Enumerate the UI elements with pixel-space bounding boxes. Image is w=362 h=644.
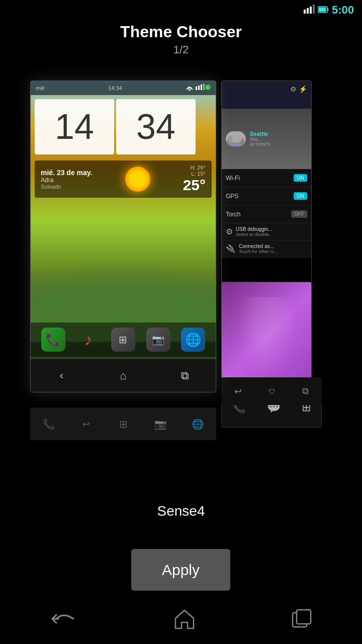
status-bar: 5:00 [0, 0, 362, 20]
status-time: 5:00 [332, 4, 354, 17]
wifi-toggle-row: Wi-Fi ON [222, 169, 311, 187]
theme-back-btn: ‹ [46, 366, 76, 386]
svg-point-17 [232, 133, 242, 143]
dock-phone-icon: 📞 [41, 328, 65, 352]
svg-rect-3 [313, 5, 315, 14]
icon-camera: 📷 [150, 414, 170, 434]
purple-theme-bg [222, 282, 311, 392]
clock-minutes: 34 [116, 99, 196, 154]
svg-rect-14 [206, 86, 209, 89]
usb-icon: ⚙ ⚡ [290, 85, 307, 93]
svg-rect-1 [307, 8, 309, 14]
svg-rect-6 [318, 7, 326, 12]
theme-card-third[interactable] [221, 282, 312, 392]
weather-current-temp: 25° [183, 177, 206, 194]
second-navbar: ↩ 🛡 ⧉ [221, 377, 322, 405]
connected-title: Connected as... [239, 244, 278, 249]
icon-back: ↩ [76, 414, 96, 434]
second-weather-area: Seattle Sho... 61°F/55°F [222, 109, 311, 169]
svg-rect-9 [198, 86, 200, 90]
theme-time: 14:34 [108, 85, 122, 91]
svg-rect-10 [201, 85, 202, 90]
svg-rect-5 [327, 8, 328, 11]
weather-info: mié. 23 de may. Adra Soleado [41, 169, 92, 190]
second-nav-center: 🛡 [268, 387, 276, 395]
signal-icon [304, 5, 315, 16]
wifi-toggle[interactable]: ON [294, 174, 307, 182]
theme-weather: mié. 23 de may. Adra Soleado H: 26° L: 1… [35, 160, 212, 198]
dock-globe-icon: 🌐 [181, 328, 205, 352]
weather-location: Adra [41, 177, 92, 184]
usb-debug-row: ⚙ USB debuggin... Select to disable... [222, 223, 311, 240]
second-recents-btn: ⧉ [302, 386, 309, 396]
icon-phone: 📞 [39, 414, 59, 434]
second-back-btn: ↩ [234, 386, 242, 397]
torch-toggle-row: Torch OFF [222, 205, 311, 223]
svg-rect-2 [310, 7, 312, 14]
torch-toggle[interactable]: OFF [291, 210, 307, 218]
theme-day: mié [36, 85, 45, 91]
connected-row: 🔌 Connected as... Touch for other U... [222, 240, 311, 258]
debug-title: USB debuggin... [236, 226, 273, 232]
usb-icon-small: ⚙ [226, 227, 233, 236]
svg-point-7 [189, 90, 190, 91]
weather-sun-icon [125, 167, 150, 192]
wifi-label: Wi-Fi [226, 175, 240, 182]
home-button[interactable] [173, 608, 196, 629]
svg-rect-11 [203, 84, 205, 90]
apply-button[interactable]: Apply [131, 549, 230, 591]
title-area: Theme Chooser 1/2 [0, 23, 362, 56]
gps-toggle[interactable]: ON [294, 192, 307, 200]
icons-row-bottom: 📞 ↩ ⊞ 📷 🌐 [30, 408, 216, 440]
theme-clock: 14 34 [31, 95, 216, 158]
icon-apps: ⊞ [113, 414, 133, 434]
icon-globe: 🌐 [188, 414, 208, 434]
debug-sub: Select to disable... [236, 232, 273, 237]
page-title: Theme Chooser [0, 23, 362, 41]
page-indicator: 1/2 [0, 43, 362, 56]
battery-icon [318, 6, 329, 15]
weather-high: H: 26° [183, 165, 206, 171]
theme-navbar: ‹ ⌂ ⧉ [31, 359, 216, 392]
theme-card-main[interactable]: mié 14:34 14 34 [30, 80, 216, 392]
dock-camera-icon: 📷 [146, 328, 170, 352]
weather-description: Soleado [41, 184, 92, 190]
gps-toggle-row: GPS ON [222, 187, 311, 205]
lion-icon [236, 297, 297, 377]
usb-plug-icon: 🔌 [226, 244, 236, 254]
svg-rect-0 [304, 10, 306, 14]
second-weather-text: Seattle Sho... 61°F/55°F [250, 131, 270, 147]
gps-label: GPS [226, 193, 238, 200]
back-button[interactable] [48, 610, 77, 628]
theme-name: Sense4 [0, 503, 362, 519]
second-theme-statusbar: ⚙ ⚡ [222, 81, 311, 109]
weather-date: mié. 23 de may. [41, 169, 92, 177]
connected-sub: Touch for other U... [239, 249, 278, 254]
theme-statusbar: mié 14:34 [31, 81, 216, 95]
torch-label: Torch [226, 211, 240, 218]
theme-status-icons [186, 84, 211, 93]
theme-recents-btn: ⧉ [170, 366, 200, 386]
recents-button[interactable] [292, 609, 314, 629]
svg-rect-8 [196, 87, 197, 90]
theme-dock: 📞 ♪ ⊞ 📷 🌐 [31, 323, 216, 357]
bottom-navigation [0, 594, 362, 644]
dock-apps-icon: ⊞ [111, 328, 135, 352]
weather-temp-area: H: 26° L: 15° 25° [183, 165, 206, 194]
clock-hours: 14 [35, 99, 114, 154]
svg-rect-22 [297, 610, 311, 624]
weather-low: L: 15° [183, 171, 206, 177]
svg-rect-13 [210, 87, 211, 89]
theme-home-btn: ⌂ [108, 366, 138, 386]
cloud-icon [226, 131, 246, 146]
dock-music-icon: ♪ [76, 328, 100, 352]
